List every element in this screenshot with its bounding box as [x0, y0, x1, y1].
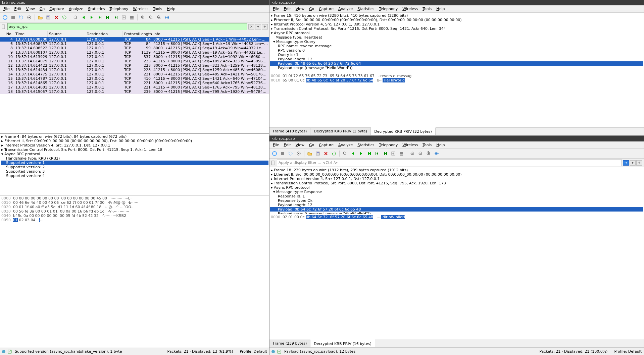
- tab[interactable]: Decrypted KRB PRIV (1 byte): [310, 128, 371, 135]
- menu-help[interactable]: Help: [165, 6, 177, 12]
- stop-capture-icon[interactable]: [9, 14, 17, 21]
- detail-line[interactable]: Response type: Ok: [270, 198, 643, 203]
- detail-line[interactable]: Payload: 0b 48 65 6c 6c 6f 20 57 6f 72 6…: [270, 61, 643, 66]
- packet-row[interactable]: 1313:37:14.614434127.0.0.1127.0.0.1TCP22…: [0, 68, 269, 72]
- go-last-icon[interactable]: [112, 14, 119, 21]
- zoom-in-icon[interactable]: [409, 150, 416, 157]
- detail-line[interactable]: ▸ Transmission Control Protocol, Src Por…: [1, 147, 268, 152]
- go-first-icon[interactable]: [374, 150, 381, 157]
- menu-analyze[interactable]: Analyze: [336, 142, 355, 148]
- detail-line[interactable]: Handshake type: KRB (KRB2): [1, 156, 268, 161]
- menu-help[interactable]: Help: [434, 6, 447, 12]
- capture-options-icon[interactable]: [26, 14, 33, 21]
- zoom-out-icon[interactable]: [417, 150, 424, 157]
- menu-statistics[interactable]: Statistics: [355, 6, 376, 12]
- detail-line[interactable]: Message type: Heartbeat: [270, 35, 643, 40]
- detail-line[interactable]: ▾ Message type: Query: [270, 40, 643, 44]
- menu-tools[interactable]: Tools: [420, 142, 434, 148]
- display-filter-input[interactable]: [7, 23, 247, 30]
- restart-capture-icon[interactable]: [17, 14, 25, 21]
- detail-line[interactable]: ▾ Async RPC protocol: [1, 152, 268, 156]
- menu-file[interactable]: File: [271, 6, 281, 12]
- menu-statistics[interactable]: Statistics: [355, 142, 376, 148]
- menu-file[interactable]: File: [1, 6, 11, 12]
- packet-details-right-bottom[interactable]: ▸ Frame 18: 239 bytes on wire (1912 bits…: [269, 167, 644, 214]
- detail-line[interactable]: Payload length: 12: [270, 203, 643, 207]
- menu-help[interactable]: Help: [434, 142, 447, 148]
- packet-row[interactable]: 813:37:14.608522127.0.0.1127.0.0.1TCP998…: [0, 46, 269, 50]
- find-icon[interactable]: [341, 150, 349, 157]
- detail-line[interactable]: ▸ Frame 18: 239 bytes on wire (1912 bits…: [270, 168, 643, 172]
- packet-details-left[interactable]: ▸ Frame 4: 84 bytes on wire (672 bits), …: [0, 134, 269, 195]
- capture-options-icon[interactable]: [295, 150, 302, 157]
- packet-row[interactable]: 1013:37:14.613929127.0.0.1127.0.0.1TCP33…: [0, 55, 269, 59]
- detail-line[interactable]: ▸ Internet Protocol Version 4, Src: 127.…: [270, 177, 643, 181]
- detail-line[interactable]: Query id: 1: [270, 53, 643, 57]
- save-file-icon[interactable]: [314, 150, 321, 157]
- menu-tools[interactable]: Tools: [151, 6, 164, 12]
- menu-capture[interactable]: Capture: [317, 6, 336, 12]
- reload-file-icon[interactable]: [330, 150, 338, 157]
- detail-line[interactable]: ▸ Frame 4: 84 bytes on wire (672 bits), …: [1, 134, 268, 139]
- hex-line[interactable]: 0000 02 01 00 0c 0b 64 6c 72 6f 57 20 6f…: [271, 215, 642, 219]
- resize-columns-icon[interactable]: [163, 14, 171, 21]
- detail-line[interactable]: ▸ Ethernet II, Src: 00:00:00_00:00:00 (0…: [1, 139, 268, 143]
- start-capture-icon[interactable]: [271, 150, 278, 157]
- filter-apply-button[interactable]: ▾: [255, 24, 261, 29]
- stop-capture-icon[interactable]: [279, 150, 286, 157]
- go-jump-icon[interactable]: [96, 14, 103, 21]
- expert-info-icon[interactable]: [2, 350, 5, 353]
- hex-dump-left[interactable]: 0000 00 00 00 00 00 00 00 00 00 00 00 00…: [0, 195, 269, 348]
- hex-line[interactable]: 0040 bf 5c 0a 00 00 00 00 00 00 05 fd 4b…: [1, 214, 268, 218]
- menu-wireless[interactable]: Wireless: [400, 142, 420, 148]
- tab[interactable]: Decrypted KRB PRIV (16 bytes): [310, 340, 375, 347]
- detail-line[interactable]: Supported version: 1: [1, 161, 268, 165]
- filter-history-button-rb[interactable]: ▾: [630, 160, 636, 166]
- detail-line[interactable]: Supported version: 3: [1, 169, 268, 174]
- menu-wireless[interactable]: Wireless: [400, 6, 420, 12]
- tab[interactable]: Frame (410 bytes): [269, 128, 310, 135]
- go-next-icon[interactable]: [88, 14, 95, 21]
- packet-row[interactable]: 413:37:14.608308127.0.0.1127.0.0.1TCP848…: [0, 37, 269, 42]
- tab[interactable]: Decrypted KRB PRIV (32 bytes): [371, 127, 436, 135]
- detail-line[interactable]: ▾ Message type: Response: [270, 190, 643, 194]
- detail-line[interactable]: Payload: 0b 64 6c 72 6f 57 20 6f 6c 6c 6…: [270, 207, 643, 212]
- menu-edit[interactable]: Edit: [12, 6, 23, 12]
- status-profile-left[interactable]: Profile: Default: [240, 349, 267, 354]
- go-first-icon[interactable]: [104, 14, 111, 21]
- find-icon[interactable]: [72, 14, 79, 21]
- open-file-icon[interactable]: [306, 150, 313, 157]
- detail-line[interactable]: Payload sexp: ((reversed_message "dlroW …: [270, 212, 643, 214]
- menu-telephony[interactable]: Telephony: [108, 6, 131, 12]
- zoom-in-icon[interactable]: [139, 14, 147, 21]
- menu-telephony[interactable]: Telephony: [377, 6, 400, 12]
- detail-line[interactable]: ▸ Transmission Control Protocol, Src Por…: [270, 181, 643, 185]
- menu-edit[interactable]: Edit: [282, 6, 293, 12]
- detail-line[interactable]: ▸ Transmission Control Protocol, Src Por…: [270, 26, 643, 31]
- detail-line[interactable]: Supported version: 2: [1, 165, 268, 169]
- go-last-icon[interactable]: [382, 150, 389, 157]
- detail-line[interactable]: ▸ Internet Protocol Version 4, Src: 127.…: [270, 22, 643, 26]
- colorize-icon[interactable]: [398, 150, 405, 157]
- packet-row[interactable]: 1513:37:14.614787127.0.0.1127.0.0.1TCP41…: [0, 76, 269, 81]
- close-file-icon[interactable]: [322, 150, 330, 157]
- detail-line[interactable]: ▾ Async RPC protocol: [270, 31, 643, 35]
- auto-scroll-icon[interactable]: [120, 14, 128, 21]
- packet-row[interactable]: 613:37:14.608437127.0.0.1127.0.0.1TCP844…: [0, 42, 269, 46]
- packet-row[interactable]: 913:37:14.608107127.0.0.1127.0.0.1TCP113…: [0, 50, 269, 55]
- resize-columns-icon[interactable]: [433, 150, 440, 157]
- menu-tools[interactable]: Tools: [420, 6, 434, 12]
- zoom-reset-icon[interactable]: 1: [155, 14, 163, 21]
- hex-line[interactable]: 0050 01 02 03 04 ····: [1, 218, 268, 222]
- tab[interactable]: Frame (239 bytes): [269, 340, 310, 347]
- packet-row[interactable]: 1613:37:14.614865127.0.0.1127.0.0.1TCP22…: [0, 81, 269, 85]
- detail-line[interactable]: RPC version: 0: [270, 48, 643, 53]
- expert-info-icon-rb[interactable]: [271, 350, 275, 353]
- menu-capture[interactable]: Capture: [317, 142, 336, 148]
- menu-go[interactable]: Go: [307, 142, 316, 148]
- detail-line[interactable]: ▸ Internet Protocol Version 4, Src: 127.…: [1, 143, 268, 147]
- save-file-icon[interactable]: [45, 14, 52, 21]
- detail-line[interactable]: ▸ Ethernet II, Src: 00:00:00_00:00:00 (0…: [270, 172, 643, 177]
- start-capture-icon[interactable]: [1, 14, 9, 21]
- menu-analyze[interactable]: Analyze: [336, 6, 355, 12]
